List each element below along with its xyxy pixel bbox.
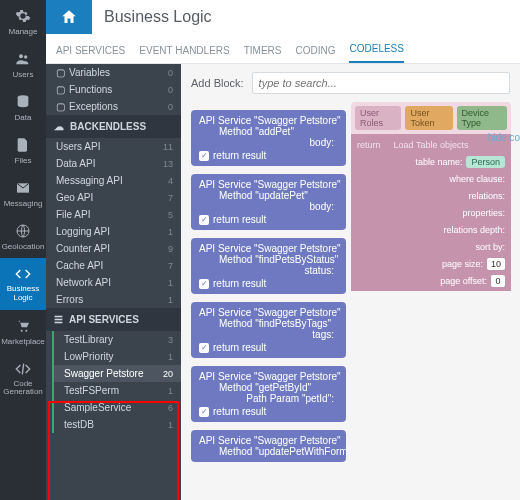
- nav-marketplace[interactable]: Marketplace: [0, 310, 46, 353]
- block-title: API Service "Swagger Petstore": [199, 243, 338, 254]
- tab-coding[interactable]: CODING: [295, 45, 335, 63]
- svg-point-5: [25, 329, 27, 331]
- block-method: Method "findPetsByStatus": [199, 254, 338, 265]
- tree-logging-api[interactable]: Logging API1: [46, 223, 181, 240]
- list-icon: ☰: [54, 314, 63, 325]
- svg-point-4: [21, 329, 23, 331]
- tabs: API SERVICES EVENT HANDLERS TIMERS CODIN…: [46, 34, 520, 64]
- block-slot: body:: [199, 201, 338, 212]
- tab-api-services[interactable]: API SERVICES: [56, 45, 125, 63]
- block-title: API Service "Swagger Petstore": [199, 115, 338, 126]
- api-block-5[interactable]: API Service "Swagger Petstore"Method "up…: [191, 430, 346, 462]
- code-icon: [14, 265, 32, 283]
- tree-file-api[interactable]: File API5: [46, 206, 181, 223]
- section-api-services[interactable]: ☰API SERVICES: [46, 308, 181, 331]
- tree-data-api[interactable]: Data API13: [46, 155, 181, 172]
- check-icon: ✓: [199, 407, 209, 417]
- tree-exceptions[interactable]: ▢Exceptions0: [46, 98, 181, 115]
- person-tag[interactable]: Person: [466, 156, 505, 168]
- pill-roles[interactable]: User Roles: [355, 106, 401, 130]
- gear-icon: [14, 7, 32, 25]
- box-icon: ▢: [56, 67, 65, 78]
- api-block-3[interactable]: API Service "Swagger Petstore"Method "fi…: [191, 302, 346, 358]
- nav-geolocation[interactable]: Geolocation: [0, 215, 46, 258]
- nav-codegen[interactable]: Code Generation: [0, 353, 46, 405]
- role-card[interactable]: User Roles User Token Device Type return…: [351, 102, 511, 291]
- check-icon: ✓: [199, 151, 209, 161]
- tab-timers[interactable]: TIMERS: [244, 45, 282, 63]
- cloud-icon: ☁: [54, 121, 64, 132]
- block-title: API Service "Swagger Petstore": [199, 179, 338, 190]
- nav-users[interactable]: Users: [0, 43, 46, 86]
- nav-business-logic[interactable]: Business Logic: [0, 258, 46, 310]
- api-block-4[interactable]: API Service "Swagger Petstore"Method "ge…: [191, 366, 346, 422]
- add-block-label: Add Block:: [191, 77, 244, 89]
- home-button[interactable]: [46, 0, 92, 34]
- check-icon: ✓: [199, 343, 209, 353]
- hide-link[interactable]: hide co: [488, 132, 520, 143]
- box-icon: ▢: [56, 101, 65, 112]
- api-block-2[interactable]: API Service "Swagger Petstore"Method "fi…: [191, 238, 346, 294]
- block-return: ✓return result: [199, 214, 338, 225]
- block-title: API Service "Swagger Petstore": [199, 307, 338, 318]
- tree-variables[interactable]: ▢Variables0: [46, 64, 181, 81]
- nav-data[interactable]: Data: [0, 86, 46, 129]
- svg-point-1: [24, 55, 27, 58]
- check-icon: ✓: [199, 215, 209, 225]
- page-size-value[interactable]: 10: [487, 258, 505, 270]
- svc-testlibrary[interactable]: TestLibrary3: [52, 331, 181, 348]
- add-block-bar: Add Block:: [181, 64, 520, 102]
- svc-swagger-petstore[interactable]: Swagger Petstore20: [52, 365, 181, 382]
- block-return: ✓return result: [199, 406, 338, 417]
- block-title: API Service "Swagger Petstore": [199, 371, 338, 382]
- svc-lowpriority[interactable]: LowPriority1: [52, 348, 181, 365]
- tree-counter-api[interactable]: Counter API9: [46, 240, 181, 257]
- block-method: Method "getPetById": [199, 382, 338, 393]
- cart-icon: [14, 317, 32, 335]
- tree-geo-api[interactable]: Geo API7: [46, 189, 181, 206]
- pill-device-type[interactable]: Device Type: [457, 106, 507, 130]
- svc-testdb[interactable]: testDB1: [52, 416, 181, 433]
- tree-users-api[interactable]: Users API11: [46, 138, 181, 155]
- pill-user-token[interactable]: User Token: [405, 106, 452, 130]
- block-method: Method "updatePet": [199, 190, 338, 201]
- block-title: API Service "Swagger Petstore": [199, 435, 338, 446]
- page-offset-value[interactable]: 0: [491, 275, 505, 287]
- main-canvas: Add Block: User Roles User Token Device …: [181, 64, 520, 500]
- tree-network-api[interactable]: Network API1: [46, 274, 181, 291]
- block-method: Method "findPetsByTags": [199, 318, 338, 329]
- generate-icon: [14, 360, 32, 378]
- tree-functions[interactable]: ▢Functions0: [46, 81, 181, 98]
- api-block-1[interactable]: API Service "Swagger Petstore"Method "up…: [191, 174, 346, 230]
- tab-event-handlers[interactable]: EVENT HANDLERS: [139, 45, 229, 63]
- block-slot: Path Param "petId":: [199, 393, 338, 404]
- nav-messaging[interactable]: Messaging: [0, 172, 46, 215]
- block-method: Method "updatePetWithForm": [199, 446, 338, 457]
- block-slot: status:: [199, 265, 338, 276]
- files-icon: [14, 136, 32, 154]
- block-return: ✓return result: [199, 150, 338, 161]
- tree-messaging-api[interactable]: Messaging API4: [46, 172, 181, 189]
- globe-icon: [14, 222, 32, 240]
- page-title: Business Logic: [92, 0, 224, 34]
- api-block-0[interactable]: API Service "Swagger Petstore"Method "ad…: [191, 110, 346, 166]
- block-method: Method "addPet": [199, 126, 338, 137]
- search-input[interactable]: [252, 72, 510, 94]
- svc-testfsperm[interactable]: TestFSPerm1: [52, 382, 181, 399]
- tree-cache-api[interactable]: Cache API7: [46, 257, 181, 274]
- users-icon: [14, 50, 32, 68]
- block-return: ✓return result: [199, 278, 338, 289]
- svc-sampleservice[interactable]: SampleService6: [52, 399, 181, 416]
- section-backendless[interactable]: ☁BACKENDLESS: [46, 115, 181, 138]
- nav-files[interactable]: Files: [0, 129, 46, 172]
- database-icon: [14, 93, 32, 111]
- box-icon: ▢: [56, 84, 65, 95]
- header: Business Logic: [46, 0, 520, 34]
- tree-errors[interactable]: Errors1: [46, 291, 181, 308]
- tab-codeless[interactable]: CODELESS: [349, 43, 403, 63]
- block-slot: tags:: [199, 329, 338, 340]
- side-panel: ▢Variables0 ▢Functions0 ▢Exceptions0 ☁BA…: [46, 64, 181, 500]
- check-icon: ✓: [199, 279, 209, 289]
- nav-manage[interactable]: Manage: [0, 0, 46, 43]
- envelope-icon: [14, 179, 32, 197]
